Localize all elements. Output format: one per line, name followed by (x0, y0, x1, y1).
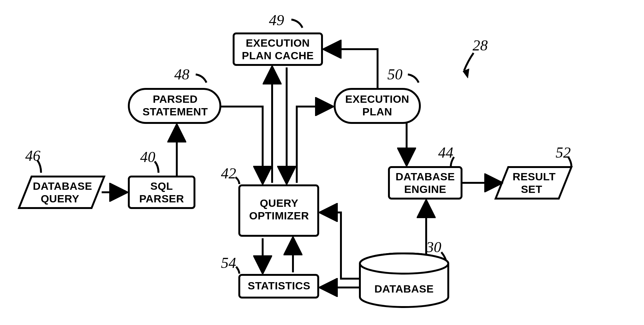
oval-parsed-statement: PARSED STATEMENT 48 (129, 66, 220, 123)
box-sql-parser: SQL PARSER 40 (129, 148, 194, 208)
label-statistics: STATISTICS (248, 280, 310, 292)
label-execution-plan-1: EXECUTION (345, 93, 409, 105)
cylinder-database: DATABASE 30 (360, 239, 448, 307)
ref-statistics: 54 (221, 254, 236, 271)
label-result-set-1: RESULT (513, 171, 556, 183)
arrow-optimizer-to-execplan (297, 107, 332, 183)
ref-db-engine: 44 (438, 144, 453, 161)
label-sql-parser-1: SQL (150, 180, 173, 192)
label-query-optimizer-2: OPTIMIZER (249, 210, 309, 222)
arrow-database-to-optimizer (321, 212, 360, 279)
label-exec-plan-cache-1: EXECUTION (246, 37, 310, 49)
ref-result-set: 52 (556, 144, 571, 161)
label-database: DATABASE (374, 283, 434, 295)
label-db-query-2: QUERY (41, 193, 79, 205)
diagram-ref-28: 28 (463, 37, 488, 78)
label-db-engine-1: DATABASE (396, 171, 455, 183)
ref-parsed-statement: 48 (174, 66, 189, 83)
diagram-svg: EXECUTION PLAN CACHE 49 PARSED STATEMENT… (0, 0, 644, 325)
label-exec-plan-cache-2: PLAN CACHE (242, 49, 314, 61)
box-execution-plan-cache: EXECUTION PLAN CACHE 49 (234, 12, 322, 65)
arrow-execplan-to-cache (325, 49, 378, 89)
parallelogram-database-query: DATABASE QUERY 46 (19, 147, 104, 208)
box-database-engine: DATABASE ENGINE 44 (389, 144, 462, 199)
box-statistics: STATISTICS 54 (221, 254, 318, 298)
ref-query-optimizer: 42 (221, 165, 236, 182)
label-sql-parser-2: PARSER (139, 193, 184, 205)
label-result-set-2: SET (521, 183, 542, 195)
ref-execution-plan: 50 (387, 66, 402, 83)
parallelogram-result-set: RESULT SET 52 (496, 144, 571, 199)
label-query-optimizer-1: QUERY (260, 197, 298, 209)
box-query-optimizer: QUERY OPTIMIZER 42 (221, 165, 318, 236)
ref-exec-plan-cache: 49 (269, 12, 284, 28)
svg-point-8 (360, 253, 448, 274)
label-db-query-1: DATABASE (33, 180, 92, 192)
label-db-engine-2: ENGINE (404, 183, 446, 195)
ref-db-query: 46 (25, 147, 40, 164)
label-parsed-statement-1: PARSED (153, 93, 198, 105)
label-execution-plan-2: PLAN (362, 106, 392, 118)
ref-sql-parser: 40 (140, 148, 155, 165)
ref-diagram: 28 (473, 37, 488, 54)
ref-database: 30 (426, 239, 441, 255)
label-parsed-statement-2: STATEMENT (142, 106, 208, 118)
